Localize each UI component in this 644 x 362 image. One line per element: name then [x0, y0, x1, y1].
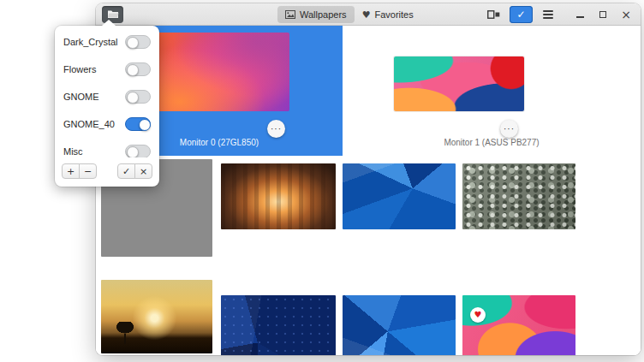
- ellipsis-icon: ···: [504, 124, 515, 134]
- monitor-0-wallpaper-preview[interactable]: [149, 33, 289, 111]
- hamburger-icon: [543, 14, 553, 15]
- popover-arrow: [102, 20, 116, 26]
- tab-favorites-label: Favorites: [375, 9, 414, 20]
- folder-switch[interactable]: [125, 117, 151, 131]
- folder-row-misc[interactable]: Misc: [55, 138, 159, 157]
- wallpaper-tile-colorful-abstract[interactable]: ♥: [462, 295, 575, 355]
- wallpaper-tile-aerial-treetops[interactable]: [462, 163, 575, 229]
- tab-wallpapers[interactable]: Wallpapers: [277, 6, 355, 23]
- window-controls: ×: [574, 9, 635, 21]
- folder-row-flowers[interactable]: Flowers: [55, 56, 159, 83]
- add-folder-button[interactable]: +: [62, 163, 80, 179]
- close-icon: ×: [621, 9, 631, 21]
- folder-label: GNOME: [63, 92, 99, 102]
- dual-display-icon: [487, 10, 500, 19]
- wallpaper-tile-blue-polygons[interactable]: [343, 163, 456, 229]
- remove-folder-button[interactable]: −: [79, 163, 97, 179]
- confirm-cancel-group: ✓ ×: [117, 163, 152, 179]
- image-icon: [285, 10, 295, 19]
- view-switcher: Wallpapers ♥ Favorites: [277, 6, 421, 23]
- monitor-panel-1[interactable]: ··· Monitor 1 (ASUS PB277): [343, 26, 641, 156]
- wallpaper-tile-dark-navy-pattern[interactable]: [221, 295, 336, 355]
- minimize-button[interactable]: [574, 9, 586, 21]
- heart-icon: ♥: [474, 311, 482, 319]
- folder-row-dark-crystal[interactable]: Dark_Crystal: [55, 28, 159, 56]
- wallpaper-tile-savanna-sunset[interactable]: [101, 280, 212, 353]
- monitor-0-more-button[interactable]: ···: [267, 120, 285, 138]
- monitor-1-wallpaper-preview[interactable]: [394, 56, 524, 111]
- add-remove-group: + −: [62, 163, 97, 179]
- confirm-button[interactable]: ✓: [117, 163, 135, 179]
- folder-label: Flowers: [63, 64, 97, 74]
- tree-silhouette: [115, 322, 135, 335]
- heart-icon: ♥: [362, 9, 371, 21]
- wallpaper-tile-blue-polygons-bright[interactable]: [343, 295, 456, 355]
- folder-switch[interactable]: [125, 62, 151, 76]
- monitor-1-label: Monitor 1 (ASUS PB277): [343, 138, 641, 147]
- wallpaper-tile-autumn-forest[interactable]: [221, 163, 336, 229]
- folder-switch[interactable]: [125, 35, 151, 49]
- apply-button[interactable]: ✓: [510, 6, 533, 23]
- folder-switch[interactable]: [125, 145, 151, 157]
- folder-label: Misc: [63, 146, 83, 157]
- maximize-button[interactable]: [597, 9, 609, 21]
- headerbar: Wallpapers ♥ Favorites: [96, 3, 641, 26]
- tab-favorites[interactable]: ♥ Favorites: [355, 6, 421, 23]
- monitors-row: ··· Monitor 0 (27GL850) ··· Monitor 1 (A…: [96, 26, 641, 156]
- folders-popover: Dark_Crystal Flowers GNOME GNOME_40 Misc: [55, 26, 159, 187]
- folder-open-icon: [107, 9, 119, 19]
- folder-label: GNOME_40: [63, 119, 115, 129]
- folder-row-gnome-40[interactable]: GNOME_40: [55, 110, 159, 138]
- cancel-button[interactable]: ×: [134, 163, 152, 179]
- monitor-1-more-button[interactable]: ···: [500, 120, 518, 138]
- tab-wallpapers-label: Wallpapers: [300, 9, 347, 20]
- check-icon: ✓: [516, 9, 525, 21]
- close-button[interactable]: ×: [620, 9, 632, 21]
- main-content: ··· Monitor 0 (27GL850) ··· Monitor 1 (A…: [96, 26, 641, 355]
- folder-row-gnome[interactable]: GNOME: [55, 83, 159, 110]
- app-window: Wallpapers ♥ Favorites: [96, 3, 641, 355]
- wallpaper-grid: ♥: [96, 156, 641, 355]
- maximize-icon: [599, 11, 606, 18]
- folder-list[interactable]: Dark_Crystal Flowers GNOME GNOME_40 Misc: [55, 26, 159, 157]
- menu-button[interactable]: [538, 6, 558, 23]
- favorite-badge[interactable]: ♥: [470, 307, 486, 323]
- popover-actions: + − ✓ ×: [55, 157, 159, 187]
- folder-switch[interactable]: [125, 90, 151, 104]
- desktop-stage: Wallpapers ♥ Favorites: [0, 0, 644, 362]
- display-mode-button[interactable]: [482, 6, 504, 23]
- ellipsis-icon: ···: [271, 124, 282, 134]
- folder-label: Dark_Crystal: [63, 37, 118, 47]
- header-actions: ✓ ×: [482, 6, 635, 23]
- minimize-icon: [576, 16, 584, 18]
